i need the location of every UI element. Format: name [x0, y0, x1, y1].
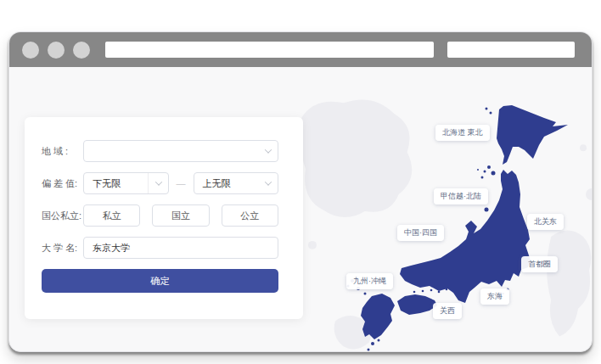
- map-region-shutoken[interactable]: 首都圈: [521, 256, 558, 272]
- university-name-row: 大 学 名:: [42, 237, 278, 259]
- chevron-down-icon: [154, 178, 161, 185]
- map-region-hokkaido-tohoku[interactable]: 北海道 東北: [435, 125, 490, 141]
- chevron-down-icon: [265, 178, 272, 185]
- map-region-kita-kanto[interactable]: 北关东: [527, 214, 564, 230]
- traffic-light-icon: [22, 42, 39, 59]
- school-type-option-private[interactable]: 私立: [83, 204, 140, 227]
- university-name-input[interactable]: [83, 237, 278, 259]
- range-separator: —: [177, 178, 186, 188]
- traffic-light-icon: [73, 42, 90, 59]
- school-type-option-national[interactable]: 国立: [152, 204, 209, 227]
- map-region-tokai[interactable]: 东海: [480, 288, 509, 305]
- deviation-row: 偏 差 值: 下无限 — 上无限: [42, 172, 278, 194]
- deviation-lower-value: 下无限: [93, 177, 121, 190]
- region-label: 地 域 :: [42, 145, 83, 158]
- browser-window: 北海道 東北 甲信越·北陆 北关东 中国·四国 首都圈 九州·冲绳 东海 关西 …: [8, 31, 593, 352]
- school-type-label: 国公私立:: [42, 210, 83, 222]
- deviation-label: 偏 差 值:: [42, 177, 83, 190]
- browser-titlebar: [9, 32, 592, 67]
- traffic-light-icon: [48, 42, 65, 59]
- deviation-upper-value: 上无限: [203, 177, 231, 190]
- deviation-upper-select[interactable]: 上无限: [194, 172, 279, 194]
- region-row: 地 域 :: [42, 140, 278, 162]
- submit-button[interactable]: 确定: [42, 269, 278, 293]
- map-region-kyushu-okinawa[interactable]: 九州·冲绳: [346, 273, 393, 289]
- map-region-chugoku-shikoku[interactable]: 中国·四国: [397, 225, 444, 241]
- page-content: 北海道 東北 甲信越·北陆 北关东 中国·四国 首都圈 九州·冲绳 东海 关西 …: [9, 67, 592, 352]
- university-search-form: 地 域 : 偏 差 值: 下无限 — 上无限: [25, 117, 303, 319]
- school-type-option-public[interactable]: 公立: [222, 204, 278, 227]
- map-region-kansai[interactable]: 关西: [433, 303, 462, 319]
- page: 北海道 東北 甲信越·北陆 北关东 中国·四国 首都圈 九州·冲绳 东海 关西 …: [0, 0, 601, 364]
- secondary-bar: [447, 42, 575, 58]
- university-name-label: 大 学 名:: [42, 242, 83, 255]
- school-type-row: 国公私立: 私立 国立 公立: [42, 204, 278, 227]
- address-bar: [105, 42, 434, 58]
- deviation-lower-select[interactable]: 下无限: [83, 172, 169, 194]
- map-region-koshinetsu-hokuriku[interactable]: 甲信越·北陆: [434, 188, 488, 204]
- chevron-down-icon: [265, 146, 272, 153]
- region-select[interactable]: [83, 140, 278, 162]
